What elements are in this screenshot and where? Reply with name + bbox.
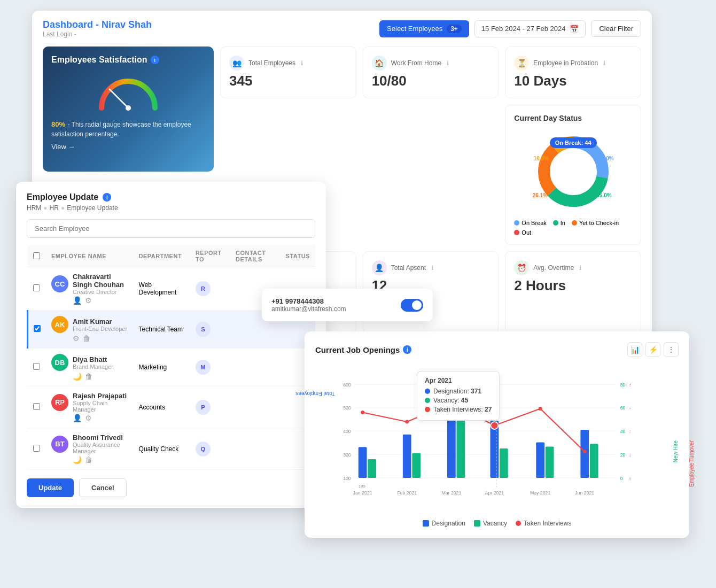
svg-rect-24 bbox=[368, 459, 376, 478]
gauge-container bbox=[51, 73, 205, 111]
contact-toggle[interactable] bbox=[401, 299, 423, 312]
last-login: Last Login - bbox=[43, 30, 152, 38]
settings-icon-4[interactable]: ⚙ bbox=[85, 414, 92, 422]
chart-legend: On Break In Yet to Check-in Out bbox=[514, 220, 632, 236]
row-checkbox-3[interactable] bbox=[33, 363, 40, 370]
more-options-icon[interactable]: ⋮ bbox=[664, 342, 679, 357]
eu-header: Employee Update i bbox=[27, 192, 315, 202]
search-employee-input[interactable] bbox=[27, 219, 315, 238]
svg-point-41 bbox=[583, 450, 587, 454]
person-icon-4[interactable]: 👤 bbox=[73, 414, 82, 422]
svg-rect-26 bbox=[412, 453, 421, 478]
satisfaction-desc: 80% - This radial gauge showcase the emp… bbox=[51, 119, 205, 138]
svg-rect-27 bbox=[447, 416, 456, 478]
avatar-ak: AK bbox=[51, 316, 68, 333]
satisfaction-title: Employees Satisfaction i bbox=[51, 55, 205, 65]
employee-table: EMPLOYEE NAME DEPARTMENT REPORT TO CONTA… bbox=[27, 245, 315, 470]
interviews-dot bbox=[425, 407, 430, 412]
dashboard-title: Dashboard - Nirav Shah bbox=[43, 19, 152, 30]
eu-title: Employee Update bbox=[27, 192, 98, 202]
svg-text:20: 20 bbox=[629, 453, 631, 458]
settings-icon[interactable]: ⚙ bbox=[85, 296, 92, 305]
yet-checkin-dot bbox=[572, 220, 577, 226]
moon-icon[interactable]: 🌙 bbox=[73, 372, 82, 381]
select-employees-button[interactable]: Select Employees 3+ bbox=[379, 20, 469, 37]
svg-rect-33 bbox=[546, 446, 554, 478]
report-avatar-5: Q bbox=[196, 442, 211, 457]
dashboard-title-area: Dashboard - Nirav Shah Last Login - bbox=[43, 19, 152, 38]
moon-icon-5[interactable]: 🌙 bbox=[73, 455, 82, 464]
svg-rect-34 bbox=[580, 430, 589, 478]
donut-tooltip: On Break: 44 bbox=[550, 137, 597, 148]
svg-text:Feb 2021: Feb 2021 bbox=[397, 490, 417, 496]
update-button[interactable]: Update bbox=[27, 478, 74, 497]
svg-point-36 bbox=[361, 411, 364, 414]
overtime-icon: ⏰ bbox=[514, 260, 529, 275]
svg-text:Apr 2021: Apr 2021 bbox=[485, 490, 504, 496]
svg-text:40: 40 bbox=[629, 406, 631, 411]
jo-title: Current Job Openings i bbox=[315, 345, 411, 354]
current-day-title: Current Day Status bbox=[514, 114, 632, 122]
svg-text:40: 40 bbox=[620, 429, 626, 434]
contact-tooltip: +91 9978444308 amitkumar@vitafresh.com bbox=[262, 289, 433, 321]
total-employees-value: 345 bbox=[229, 73, 347, 89]
delete-icon-5[interactable]: 🗑 bbox=[85, 455, 92, 464]
date-range-picker[interactable]: 15 Feb 2024 - 27 Feb 2024 📅 bbox=[474, 20, 586, 37]
cancel-button[interactable]: Cancel bbox=[79, 478, 127, 497]
row-checkbox-4[interactable] bbox=[33, 403, 40, 410]
row-checkbox-2[interactable] bbox=[34, 325, 41, 332]
gauge-svg bbox=[96, 73, 160, 111]
job-openings-panel: Current Job Openings i 📊 ⚡ ⋮ Total Emplo… bbox=[305, 331, 689, 538]
y-label-left: Total Employees bbox=[313, 374, 318, 413]
vacancy-legend bbox=[474, 520, 480, 527]
svg-text:May 2021: May 2021 bbox=[530, 490, 551, 496]
svg-text:Jan 2021: Jan 2021 bbox=[353, 490, 372, 496]
y-label-new-hire: New Hire bbox=[673, 440, 679, 462]
jo-header: Current Job Openings i 📊 ⚡ ⋮ bbox=[315, 342, 679, 357]
work-from-home-card: 🏠 Work From Home ℹ 10/80 bbox=[363, 47, 499, 98]
svg-line-0 bbox=[110, 89, 128, 108]
svg-text:600: 600 bbox=[343, 382, 351, 388]
probation-value: 10 Days bbox=[514, 73, 632, 89]
report-avatar-1: R bbox=[196, 281, 211, 296]
chart-bottom-legend: Designation Vacancy Taken Interviews bbox=[315, 520, 679, 527]
svg-text:100: 100 bbox=[343, 476, 351, 481]
delete-icon-3[interactable]: 🗑 bbox=[85, 372, 92, 381]
svg-text:0: 0 bbox=[620, 476, 623, 481]
svg-rect-32 bbox=[536, 443, 544, 478]
probation-icon: ⏳ bbox=[514, 56, 529, 71]
interviews-legend bbox=[516, 521, 521, 526]
overtime-value: 2 Hours bbox=[514, 277, 632, 294]
wfh-icon: 🏠 bbox=[372, 56, 387, 71]
svg-text:30: 30 bbox=[629, 429, 631, 434]
avg-overtime-card: ⏰ Avg. Overtime ℹ 2 Hours bbox=[505, 251, 641, 333]
calendar-icon: 📅 bbox=[570, 25, 579, 33]
clear-filter-button[interactable]: Clear Filter bbox=[591, 20, 641, 37]
filter-icon[interactable]: ⚡ bbox=[645, 342, 660, 357]
svg-text:20: 20 bbox=[620, 452, 626, 458]
svg-text:0: 0 bbox=[629, 476, 631, 481]
avatar-cc: CC bbox=[51, 275, 68, 292]
delete-icon-2[interactable]: 🗑 bbox=[83, 334, 90, 343]
row-checkbox-5[interactable] bbox=[33, 445, 40, 452]
jo-actions: 📊 ⚡ ⋮ bbox=[627, 342, 679, 357]
contact-phone: +91 9978444308 bbox=[271, 297, 346, 305]
dashboard-header: Dashboard - Nirav Shah Last Login - Sele… bbox=[43, 19, 641, 38]
report-avatar-2: S bbox=[196, 322, 211, 337]
select-all-checkbox[interactable] bbox=[33, 252, 40, 259]
person-icon[interactable]: 👤 bbox=[73, 296, 82, 305]
svg-text:80: 80 bbox=[620, 382, 626, 388]
svg-text:Mar 2021: Mar 2021 bbox=[441, 490, 461, 496]
svg-text:199: 199 bbox=[359, 484, 365, 489]
bar-chart-icon[interactable]: 📊 bbox=[627, 342, 642, 357]
settings-icon-2[interactable]: ⚙ bbox=[73, 334, 80, 343]
out-dot bbox=[514, 230, 519, 235]
satisfaction-view-link[interactable]: View → bbox=[51, 143, 205, 151]
svg-rect-30 bbox=[500, 448, 508, 478]
row-checkbox-1[interactable] bbox=[33, 284, 40, 291]
header-controls: Select Employees 3+ 15 Feb 2024 - 27 Feb… bbox=[379, 20, 641, 37]
contact-email: amitkumar@vitafresh.com bbox=[271, 305, 346, 313]
svg-rect-35 bbox=[590, 444, 598, 478]
satisfaction-card: Employees Satisfaction i bbox=[43, 47, 214, 172]
employee-update-panel: Employee Update i HRM ● HR ● Employee Up… bbox=[16, 182, 326, 508]
